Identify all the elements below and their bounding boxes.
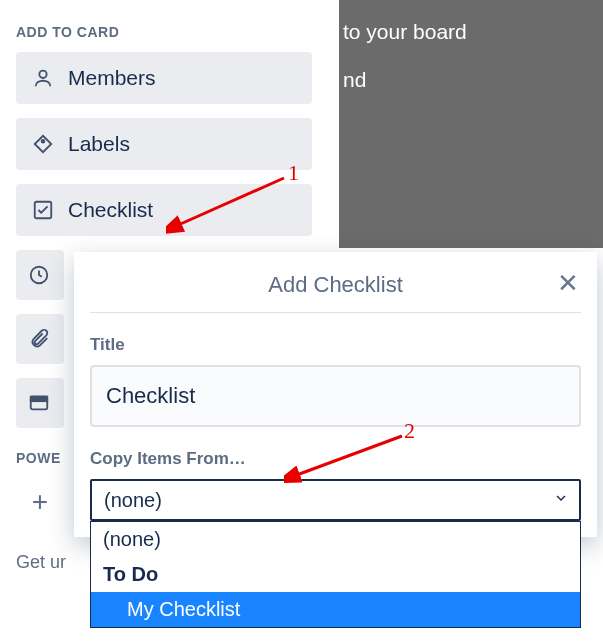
members-button[interactable]: Members bbox=[16, 52, 312, 104]
cover-button[interactable] bbox=[16, 378, 64, 428]
svg-point-1 bbox=[42, 140, 45, 143]
modal-backdrop: to your board nd bbox=[339, 0, 603, 248]
tag-icon bbox=[32, 133, 54, 155]
copy-from-dropdown: (none) To Do My Checklist bbox=[90, 521, 581, 628]
checklist-title-input[interactable] bbox=[90, 365, 581, 427]
checklist-icon bbox=[32, 199, 54, 221]
svg-rect-5 bbox=[31, 397, 48, 402]
popover-title: Add Checklist bbox=[90, 272, 581, 298]
backdrop-text-2: nd bbox=[343, 68, 599, 92]
labels-label: Labels bbox=[68, 132, 130, 156]
copy-from-label: Copy Items From… bbox=[90, 449, 581, 469]
option-group-todo: To Do bbox=[91, 557, 580, 592]
cover-icon bbox=[28, 392, 50, 414]
add-to-card-heading: ADD TO CARD bbox=[16, 24, 323, 40]
members-label: Members bbox=[68, 66, 156, 90]
backdrop-text-1: to your board bbox=[343, 20, 599, 44]
attachment-button[interactable] bbox=[16, 314, 64, 364]
dates-button[interactable] bbox=[16, 250, 64, 300]
close-icon[interactable]: ✕ bbox=[557, 270, 579, 296]
chevron-down-icon bbox=[553, 490, 569, 510]
svg-point-0 bbox=[39, 71, 46, 78]
select-value: (none) bbox=[104, 489, 162, 512]
user-icon bbox=[32, 67, 54, 89]
checklist-label: Checklist bbox=[68, 198, 153, 222]
clock-icon bbox=[28, 264, 50, 286]
option-none[interactable]: (none) bbox=[91, 522, 580, 557]
attachment-icon bbox=[28, 328, 50, 350]
option-my-checklist[interactable]: My Checklist bbox=[91, 592, 580, 627]
title-field-label: Title bbox=[90, 335, 581, 355]
plus-icon: + bbox=[32, 486, 48, 518]
checklist-button[interactable]: Checklist bbox=[16, 184, 312, 236]
add-checklist-popover: Add Checklist ✕ Title Copy Items From… (… bbox=[74, 252, 597, 537]
add-power-up-button[interactable]: + bbox=[16, 478, 64, 526]
labels-button[interactable]: Labels bbox=[16, 118, 312, 170]
copy-from-select[interactable]: (none) (none) To Do My Checklist bbox=[90, 479, 581, 521]
popover-header: Add Checklist ✕ bbox=[90, 252, 581, 313]
